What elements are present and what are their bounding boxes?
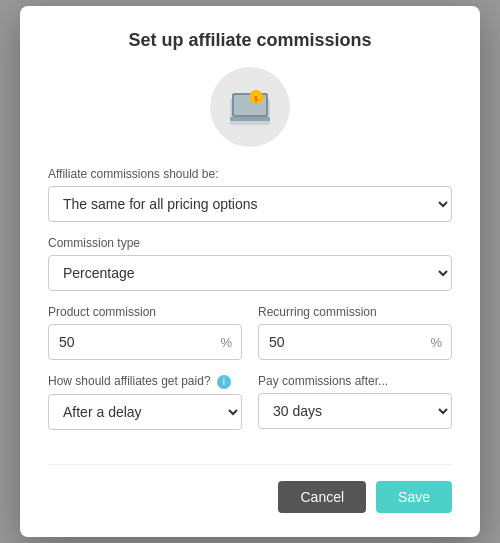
commission-type-group: Commission type PercentageFixed amount [48,236,452,291]
product-commission-group: Product commission % [48,305,242,360]
recurring-commission-suffix: % [430,335,442,350]
product-commission-label: Product commission [48,305,242,319]
recurring-commission-label: Recurring commission [258,305,452,319]
svg-text:$: $ [254,95,258,103]
pay-affiliates-select[interactable]: After a delayImmediatelyNever [48,394,242,430]
product-commission-input[interactable] [48,324,242,360]
recurring-commission-group: Recurring commission % [258,305,452,360]
affiliate-commissions-group: Affiliate commissions should be: The sam… [48,167,452,222]
cancel-button[interactable]: Cancel [278,481,366,513]
affiliate-icon: $ [210,67,290,147]
pay-commissions-group: Pay commissions after... 30 days15 days6… [258,374,452,430]
modal-title: Set up affiliate commissions [48,30,452,51]
product-commission-suffix: % [220,335,232,350]
affiliate-commissions-select[interactable]: The same for all pricing optionsDifferen… [48,186,452,222]
save-button[interactable]: Save [376,481,452,513]
info-icon[interactable]: i [217,375,231,389]
icon-container: $ [48,67,452,147]
svg-rect-3 [230,117,270,121]
commission-amounts-row: Product commission % Recurring commissio… [48,305,452,374]
recurring-commission-input-wrapper: % [258,324,452,360]
affiliate-commissions-modal: Set up affiliate commissions $ Affiliate… [20,6,480,537]
modal-footer: Cancel Save [48,464,452,513]
pay-affiliates-row: How should affiliates get paid? i After … [48,374,452,444]
commission-type-label: Commission type [48,236,452,250]
pay-commissions-label: Pay commissions after... [258,374,452,388]
product-commission-input-wrapper: % [48,324,242,360]
affiliate-commissions-label: Affiliate commissions should be: [48,167,452,181]
pay-affiliates-label: How should affiliates get paid? i [48,374,242,389]
commission-type-select[interactable]: PercentageFixed amount [48,255,452,291]
pay-affiliates-group: How should affiliates get paid? i After … [48,374,242,430]
pay-commissions-select[interactable]: 30 days15 days60 days90 days [258,393,452,429]
recurring-commission-input[interactable] [258,324,452,360]
